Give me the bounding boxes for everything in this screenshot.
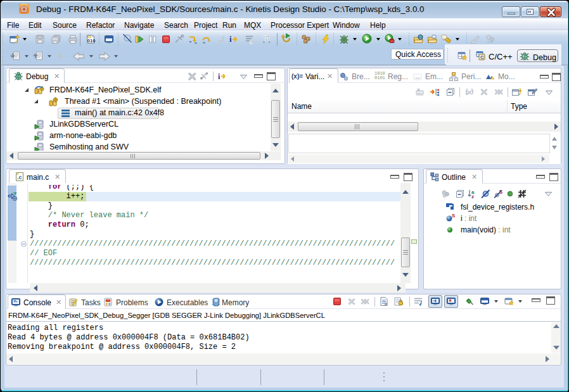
- svg-text:.c: .c: [17, 174, 22, 180]
- svg-text:010: 010: [87, 38, 96, 44]
- svg-text:z: z: [471, 194, 474, 199]
- svg-text:i: i: [229, 34, 232, 44]
- svg-text:C: C: [480, 54, 484, 60]
- svg-text:S: S: [452, 213, 455, 218]
- svg-text:i: i: [218, 72, 221, 81]
